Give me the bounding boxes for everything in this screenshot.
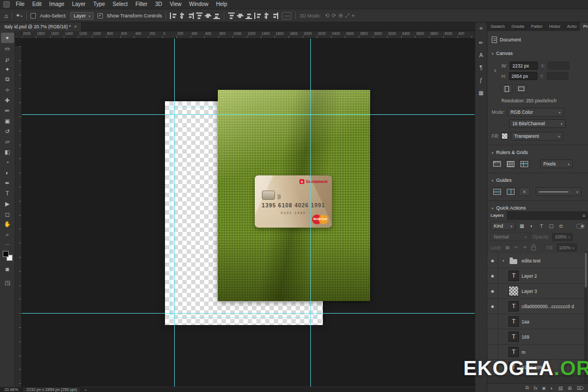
lock-all-icon[interactable]: [530, 244, 537, 252]
guide-vertical-1[interactable]: [174, 39, 175, 387]
3d-scale-icon[interactable]: ⌖: [352, 13, 355, 19]
layer-row[interactable]: ◉ ▾ edita text: [487, 253, 588, 268]
menu-item[interactable]: 3D: [151, 0, 166, 9]
guides-v-icon[interactable]: [505, 187, 516, 196]
layer-group-icon[interactable]: ▤: [558, 385, 563, 391]
fill-transparency-swatch[interactable]: [501, 133, 508, 139]
section-quick-actions[interactable]: Quick Actions: [487, 204, 588, 212]
close-tab-icon[interactable]: ×: [74, 24, 77, 29]
healing-brush-tool[interactable]: ✚: [1, 95, 14, 105]
foreground-color-swatch[interactable]: [3, 251, 9, 257]
3d-drag-icon[interactable]: ⊕: [338, 13, 342, 19]
canvas-width-field[interactable]: 2232 px: [510, 62, 538, 70]
align-top-icon[interactable]: [196, 13, 203, 19]
home-icon[interactable]: [4, 13, 8, 19]
lock-transparent-icon[interactable]: ▦: [504, 244, 511, 252]
eraser-tool[interactable]: ▱: [1, 136, 14, 146]
type-layer-filter-icon[interactable]: T: [537, 222, 546, 230]
collapse-panels-icon[interactable]: «: [479, 24, 482, 31]
panel-tab[interactable]: Patter: [528, 22, 546, 31]
menu-item[interactable]: Filter: [132, 0, 151, 9]
layer-row[interactable]: ◉ T cilla0000000...ccccccc0 d: [487, 299, 588, 314]
quick-selection-tool[interactable]: ✦: [1, 64, 14, 74]
layers-tab[interactable]: Layers: [487, 211, 507, 220]
quick-mask-icon[interactable]: ◙: [1, 264, 14, 274]
screen-mode-icon[interactable]: ◳: [1, 277, 14, 287]
section-guides[interactable]: Guides: [487, 176, 588, 184]
panel-tab[interactable]: Histor: [546, 22, 564, 31]
adjustments-panel-icon[interactable]: ▦: [479, 90, 483, 96]
pen-tool[interactable]: ✒: [1, 177, 14, 188]
path-selection-tool[interactable]: ▶: [1, 198, 14, 209]
bit-depth-select[interactable]: 16 Bits/Channel: [509, 119, 566, 128]
section-canvas[interactable]: Canvas: [487, 50, 588, 57]
layer-name[interactable]: edita text: [522, 258, 541, 264]
menu-item[interactable]: Layer: [68, 0, 89, 9]
layer-row[interactable]: ◉ Layer 3: [487, 284, 588, 299]
auto-select-target-select[interactable]: Layer: [70, 12, 94, 20]
guides-h-icon[interactable]: [492, 187, 503, 196]
orientation-portrait-button[interactable]: [501, 84, 512, 93]
menu-item[interactable]: Select: [109, 0, 132, 9]
grid-units-select[interactable]: Pixels: [540, 160, 573, 168]
align-center-h-icon[interactable]: [179, 13, 185, 19]
menu-item[interactable]: Edit: [28, 0, 45, 9]
status-options-icon[interactable]: [85, 387, 87, 392]
layer-filter-select[interactable]: Kind: [491, 222, 516, 230]
align-right-icon[interactable]: [187, 13, 194, 19]
blend-mode-select[interactable]: Normal: [491, 232, 530, 241]
distribute-left-icon[interactable]: [254, 13, 261, 19]
gradient-tool[interactable]: ◧: [1, 146, 14, 157]
layer-name[interactable]: Layer 3: [522, 289, 537, 294]
layer-name[interactable]: cilla0000000...ccccccc0 d: [522, 304, 574, 309]
marquee-tool[interactable]: ▭: [1, 43, 14, 53]
zoom-level[interactable]: 20.66%: [4, 387, 18, 392]
group-expander[interactable]: ▾: [501, 259, 506, 262]
layer-visibility-toggle[interactable]: [487, 329, 498, 344]
adjustment-layer-filter-icon[interactable]: ◐: [528, 222, 536, 230]
glyphs-panel-icon[interactable]: ƒ: [480, 77, 483, 83]
orientation-landscape-button[interactable]: [516, 84, 526, 93]
ruler-corner[interactable]: [15, 31, 22, 39]
hand-tool[interactable]: ✋: [1, 219, 14, 229]
panel-tab-properties[interactable]: Properties: [580, 22, 588, 31]
menu-item[interactable]: Image: [45, 0, 68, 9]
lock-position-icon[interactable]: ✛: [522, 244, 528, 252]
distribute-center-h-icon[interactable]: [263, 13, 270, 19]
fill-select[interactable]: Transparent: [511, 132, 563, 140]
distribute-center-v-icon[interactable]: [237, 13, 243, 19]
show-transform-checkbox[interactable]: [97, 13, 103, 19]
move-tool[interactable]: ⌖: [1, 33, 14, 43]
opacity-field[interactable]: 100%: [552, 233, 573, 241]
distribute-bottom-icon[interactable]: [246, 13, 252, 19]
align-left-icon[interactable]: [170, 13, 176, 19]
menu-item[interactable]: View: [166, 0, 186, 9]
guide-vertical-2[interactable]: [310, 39, 311, 387]
shape-layer-filter-icon[interactable]: ▢: [547, 222, 555, 230]
align-bottom-icon[interactable]: [213, 13, 220, 19]
canvas-height-field[interactable]: 2854 px: [509, 72, 537, 80]
layer-fill-field[interactable]: 100%: [556, 243, 577, 252]
3d-slide-icon[interactable]: ⤢: [345, 13, 350, 19]
menu-item[interactable]: Type: [89, 0, 109, 9]
align-center-v-icon[interactable]: [205, 13, 211, 19]
brushes-panel-icon[interactable]: ✏: [479, 40, 483, 46]
dodge-tool[interactable]: ◐: [1, 167, 14, 177]
layer-filter-toggle[interactable]: [576, 224, 585, 229]
ruler-top[interactable]: 2000180016001400120010008006004002000200…: [22, 31, 475, 39]
panel-tab[interactable]: Actio: [564, 22, 580, 31]
lock-pixels-icon[interactable]: ✏: [513, 244, 519, 252]
section-rulers-grids[interactable]: Rulers & Grids: [487, 149, 588, 156]
brush-tool[interactable]: ✏: [1, 105, 14, 115]
layer-visibility-toggle[interactable]: ◉: [487, 253, 498, 268]
guide-style-select[interactable]: [536, 187, 581, 196]
guide-horizontal-2[interactable]: [22, 313, 475, 314]
eyedropper-tool[interactable]: ✧: [1, 84, 14, 95]
more-options-icon[interactable]: ⋯: [282, 12, 291, 20]
layer-row[interactable]: T 169: [487, 329, 588, 345]
ruler-left[interactable]: [15, 46, 22, 392]
pixel-layer-filter-icon[interactable]: ▦: [518, 222, 526, 230]
layer-name[interactable]: m: [522, 350, 525, 355]
distribute-right-icon[interactable]: [272, 13, 278, 19]
guides-clear-icon[interactable]: [519, 187, 530, 196]
